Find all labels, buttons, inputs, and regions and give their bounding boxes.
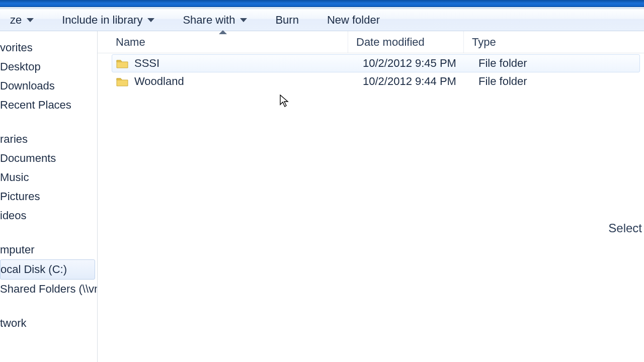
column-header-type[interactable]: Type — [464, 31, 644, 53]
nav-documents[interactable]: Documents — [0, 149, 97, 168]
nav-computer[interactable]: mputer — [0, 240, 97, 259]
file-row[interactable]: SSSI 10/2/2012 9:45 PM File folder — [112, 54, 640, 72]
nav-libraries[interactable]: raries — [0, 130, 97, 149]
main-area: vorites Desktop Downloads Recent Places … — [0, 31, 644, 362]
nav-shared-folders[interactable]: Shared Folders (\\vn — [0, 280, 97, 299]
chevron-down-icon — [27, 18, 34, 22]
burn-label: Burn — [275, 14, 298, 27]
file-name-cell: Woodland — [112, 75, 363, 88]
file-list-pane: Name Date modified Type — [98, 31, 644, 362]
file-name-cell: SSSI — [112, 57, 363, 70]
file-name-label: Woodland — [134, 75, 184, 88]
file-date-cell: 10/2/2012 9:45 PM — [363, 57, 478, 70]
navigation-pane[interactable]: vorites Desktop Downloads Recent Places … — [0, 31, 98, 362]
nav-separator — [0, 299, 97, 314]
file-type-cell: File folder — [478, 57, 639, 70]
burn-button[interactable]: Burn — [268, 11, 305, 30]
nav-separator — [0, 115, 97, 130]
nav-local-disk[interactable]: ocal Disk (C:) — [0, 259, 95, 280]
share-with-button[interactable]: Share with — [176, 11, 254, 30]
window-titlebar-strip — [0, 0, 644, 7]
nav-favorites[interactable]: vorites — [0, 38, 97, 57]
include-in-library-button[interactable]: Include in library — [55, 11, 162, 30]
new-folder-button[interactable]: New folder — [320, 11, 387, 30]
column-header-date[interactable]: Date modified — [348, 31, 464, 53]
file-type-cell: File folder — [478, 75, 639, 88]
nav-pictures[interactable]: Pictures — [0, 187, 97, 206]
file-date-cell: 10/2/2012 9:44 PM — [363, 75, 478, 88]
nav-recent-places[interactable]: Recent Places — [0, 96, 97, 115]
nav-desktop[interactable]: Desktop — [0, 57, 97, 76]
chevron-down-icon — [147, 18, 154, 22]
details-pane-hint: Select — [608, 221, 642, 235]
column-headers: Name Date modified Type — [98, 31, 644, 53]
nav-separator — [0, 225, 97, 240]
toolbar: ze Include in library Share with Burn Ne… — [0, 9, 644, 31]
nav-downloads[interactable]: Downloads — [0, 76, 97, 96]
nav-network[interactable]: twork — [0, 314, 97, 333]
sort-ascending-icon — [219, 30, 227, 34]
column-header-type-label: Type — [472, 36, 496, 49]
new-folder-label: New folder — [327, 14, 380, 27]
column-header-name-label: Name — [116, 36, 145, 49]
mouse-cursor-icon — [280, 95, 290, 108]
column-header-name[interactable]: Name — [98, 31, 348, 53]
file-row[interactable]: Woodland 10/2/2012 9:44 PM File folder — [112, 72, 640, 90]
organize-label: ze — [10, 14, 22, 27]
chevron-down-icon — [240, 18, 247, 22]
share-label: Share with — [183, 14, 235, 27]
folder-icon — [116, 58, 128, 68]
column-header-date-label: Date modified — [356, 36, 425, 49]
file-rows: SSSI 10/2/2012 9:45 PM File folder Woodl… — [98, 53, 644, 90]
nav-videos[interactable]: ideos — [0, 206, 97, 225]
include-label: Include in library — [62, 14, 142, 27]
organize-button[interactable]: ze — [3, 11, 41, 30]
folder-icon — [116, 76, 128, 86]
file-name-label: SSSI — [134, 57, 159, 70]
nav-music[interactable]: Music — [0, 168, 97, 187]
